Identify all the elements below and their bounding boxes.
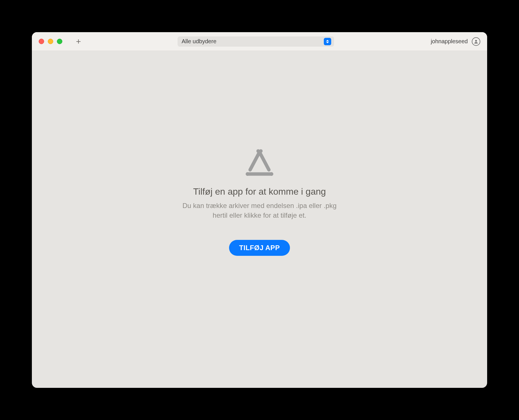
appstore-icon [244,149,275,178]
svg-point-0 [475,40,477,42]
app-window: + Alle udbydere johnappleseed [32,32,487,388]
window-controls [39,39,62,44]
content-area[interactable]: Tilføj en app for at komme i gang Du kan… [32,51,487,388]
svg-point-7 [270,172,273,176]
toolbar-center: Alle udbydere [85,36,427,47]
username-label: johnappleseed [431,38,468,45]
close-window-button[interactable] [39,39,44,44]
minimize-window-button[interactable] [48,39,53,44]
titlebar: + Alle udbydere johnappleseed [32,32,487,51]
account-area[interactable]: johnappleseed [431,37,480,46]
zoom-window-button[interactable] [57,39,62,44]
add-app-button[interactable]: TILFØJ APP [229,240,290,256]
updown-icon [324,38,331,45]
empty-title: Tilføj en app for at komme i gang [174,186,345,197]
svg-point-6 [246,172,249,176]
svg-point-5 [259,149,263,153]
add-button[interactable]: + [76,37,81,46]
empty-state: Tilføj en app for at komme i gang Du kan… [174,149,345,256]
svg-line-2 [260,152,269,170]
svg-line-1 [250,152,260,170]
account-avatar-icon [472,37,480,46]
empty-description: Du kan trække arkiver med endelsen .ipa … [174,201,345,220]
providers-select-label: Alle udbydere [182,38,324,45]
providers-select[interactable]: Alle udbydere [178,36,334,47]
